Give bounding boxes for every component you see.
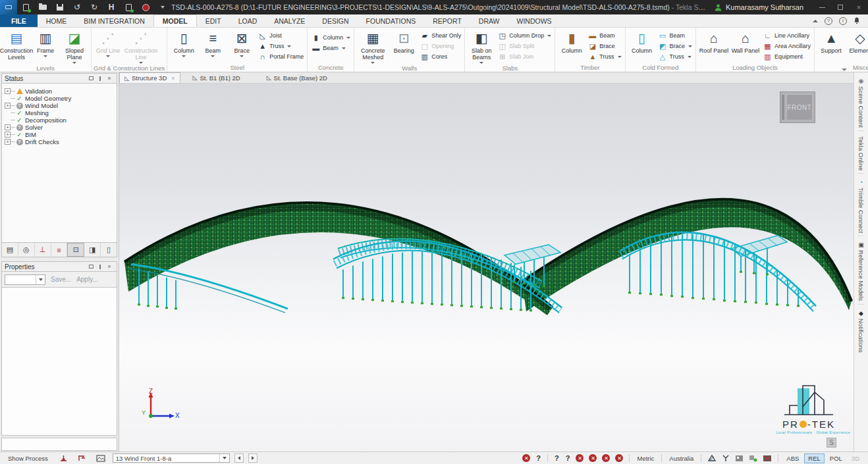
status-item-model-geometry[interactable]: ✓Model Geometry — [5, 95, 115, 102]
trimble-connect-tab[interactable]: ◔ Trimble Connect — [857, 176, 865, 236]
opening-button[interactable]: ▢Opening — [420, 41, 461, 51]
sloped-plane-button[interactable]: ◪Sloped Plane — [60, 28, 89, 64]
steel-brace-button[interactable]: ⊠Brace — [227, 28, 256, 63]
construction-line-button[interactable]: ⋰Construction Line — [122, 28, 159, 64]
roof-vault-right[interactable] — [522, 199, 852, 311]
status-error-icon[interactable]: ✕ — [522, 454, 530, 462]
node-branch-icon[interactable] — [722, 454, 730, 462]
status-tool-selected-icon[interactable]: ⊡ — [67, 243, 84, 257]
tab-edit[interactable]: EDIT — [197, 14, 230, 27]
pin-panel-icon[interactable] — [95, 265, 105, 269]
cold-formed-beam-button[interactable]: ▭Beam — [658, 30, 693, 41]
cores-button[interactable]: ▥Cores — [420, 51, 461, 62]
cold-formed-column-button[interactable]: ▯Column — [628, 28, 657, 63]
image-export-icon[interactable] — [735, 455, 744, 462]
tab-foundations[interactable]: FOUNDATIONS — [358, 14, 425, 27]
status-tool-flag-icon[interactable]: ◨ — [84, 243, 101, 257]
close-panel-icon[interactable]: × — [105, 263, 114, 270]
truss-frame-right[interactable] — [732, 236, 787, 276]
status-item-solver[interactable]: +?Solver — [5, 124, 115, 131]
user-account-button[interactable]: Kumarasamy Sutharsan — [705, 3, 813, 11]
render-mode-icon[interactable] — [96, 455, 105, 462]
tab-load[interactable]: LOAD — [230, 14, 266, 27]
record-button[interactable] — [137, 0, 154, 14]
status-error-icon[interactable]: ✕ — [576, 454, 583, 462]
pol-coord-button[interactable]: POL — [826, 453, 846, 463]
shear-only-button[interactable]: ▰Shear Only — [420, 30, 461, 41]
expand-icon[interactable]: + — [5, 139, 11, 145]
concrete-beam-button[interactable]: ▬Beam — [311, 43, 350, 53]
model-3d-view[interactable] — [119, 84, 854, 451]
line-ancillary-button[interactable]: ∟Line Ancillary — [763, 30, 811, 41]
bell-icon[interactable] — [854, 17, 860, 24]
construction-levels-button[interactable]: ▤Construction Levels — [2, 28, 31, 64]
minimize-button[interactable] — [813, 0, 831, 14]
timber-brace-button[interactable]: ◪Brace — [587, 41, 621, 51]
model-canvas[interactable]: FRONT Z X Y — [119, 84, 854, 451]
next-case-button[interactable] — [248, 453, 258, 463]
properties-content[interactable] — [1, 288, 117, 436]
3d-coord-button[interactable]: 3D — [848, 453, 863, 463]
tab-home[interactable]: HOME — [38, 14, 76, 27]
status-tool-grid-icon[interactable]: ▤ — [2, 243, 18, 257]
expand-icon[interactable]: + — [5, 124, 11, 130]
concrete-meshed-button[interactable]: ▦Concrete Meshed — [356, 28, 389, 64]
cad-dxf-icon[interactable] — [763, 455, 772, 462]
wall-panel-button[interactable]: ⌂Wall Panel — [730, 28, 761, 63]
snap-settings-icon[interactable] — [749, 454, 757, 462]
bearing-button[interactable]: ⊡Bearing — [389, 28, 418, 64]
validate-quick-button[interactable] — [120, 0, 137, 14]
slab-join-button[interactable]: ⊞Slab Join — [497, 51, 551, 62]
maximize-button[interactable] — [831, 0, 850, 14]
load-case-select[interactable]: 13 Wind Front 1-8-a — [113, 453, 230, 463]
portal-frame-button[interactable]: ∩Portal Frame — [258, 51, 304, 62]
concrete-column-button[interactable]: ▮Column — [311, 32, 350, 43]
collapse-ribbon-icon[interactable] — [813, 20, 818, 22]
show-process-button[interactable]: Show Process — [4, 455, 52, 462]
support-display-icon[interactable] — [59, 454, 68, 462]
close-tab-icon[interactable]: × — [171, 75, 175, 82]
tab-report[interactable]: REPORT — [424, 14, 470, 27]
float-panel-icon[interactable] — [86, 265, 95, 269]
tab-model[interactable]: MODEL — [153, 14, 197, 27]
status-error-icon[interactable]: ✕ — [615, 454, 623, 462]
cold-formed-truss-button[interactable]: △Truss — [658, 51, 693, 62]
view-tab-st-base[interactable]: ◺St. Base (Base) 2D — [262, 72, 332, 83]
info-icon[interactable]: i — [839, 17, 847, 25]
close-panel-icon[interactable]: × — [105, 75, 114, 82]
tab-file[interactable]: FILE — [0, 14, 38, 27]
status-error-icon[interactable]: ✕ — [589, 454, 597, 462]
redo-button[interactable]: ↻ — [86, 0, 103, 14]
reference-models-tab[interactable]: ▣ Reference Models — [857, 239, 865, 304]
tab-bim-integration[interactable]: BIM INTEGRATION — [75, 14, 153, 27]
units-button[interactable]: Metric — [633, 455, 658, 462]
grid-line-button[interactable]: ⋰Grid Line — [94, 28, 122, 64]
view-orientation-icon[interactable] — [707, 454, 717, 462]
cold-formed-brace-button[interactable]: ◩Brace — [658, 41, 693, 51]
slab-split-button[interactable]: ◫Slab Split — [497, 41, 551, 51]
timber-column-button[interactable]: ▮Column — [557, 28, 586, 63]
view-tab-st-b1[interactable]: ◺St. B1 (B1) 2D — [188, 72, 245, 83]
element-button[interactable]: ◇Element — [846, 28, 868, 63]
steel-beam-button[interactable]: ≡Beam — [198, 28, 227, 63]
tab-analyze[interactable]: ANALYZE — [265, 14, 313, 27]
history-button[interactable]: H — [103, 0, 120, 14]
apply-properties-button[interactable]: Apply... — [76, 276, 98, 283]
roof-panel-button[interactable]: ⌂Roof Panel — [698, 28, 730, 63]
undo-button[interactable]: ↺ — [68, 0, 86, 14]
float-panel-icon[interactable] — [86, 76, 95, 80]
help-icon[interactable]: ? — [825, 17, 832, 25]
frame-button[interactable]: ▥Frame — [31, 28, 60, 64]
close-button[interactable]: × — [850, 0, 868, 14]
notifications-tab[interactable]: ◆ Notifications — [857, 307, 865, 355]
previous-case-button[interactable] — [234, 453, 244, 463]
truss-button[interactable]: ▲Truss — [258, 41, 304, 51]
column-drop-button[interactable]: ◳Column Drop — [497, 30, 551, 41]
chevron-down-icon[interactable] — [219, 454, 229, 462]
status-item-validation[interactable]: +Validation — [5, 88, 115, 95]
steel-column-button[interactable]: ▯Column — [169, 28, 198, 63]
snapshot-button[interactable]: S — [827, 438, 836, 448]
pin-panel-icon[interactable] — [95, 76, 105, 81]
view-cube[interactable]: FRONT — [780, 91, 815, 123]
status-error-icon[interactable]: ✕ — [602, 454, 610, 462]
